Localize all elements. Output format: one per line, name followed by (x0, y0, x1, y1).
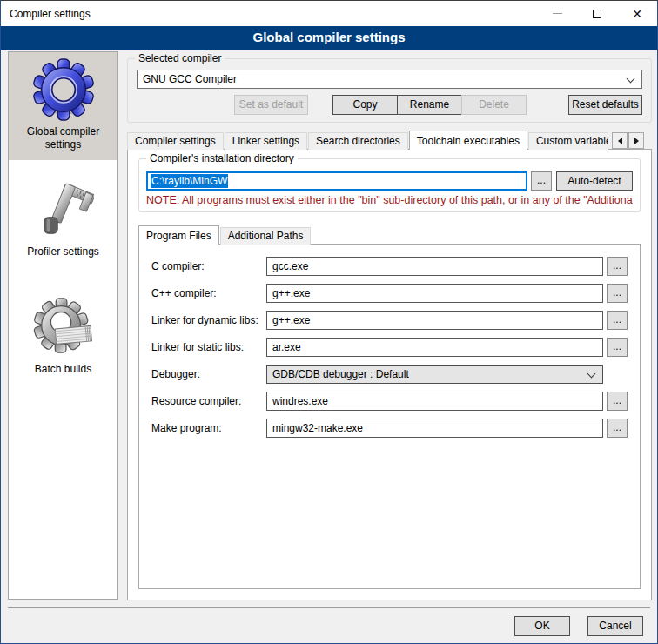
minimize-button[interactable] (537, 1, 577, 26)
maximize-button[interactable] (577, 1, 617, 26)
make-program-row: Make program: ... (151, 419, 628, 438)
reset-defaults-button[interactable]: Reset defaults (568, 95, 642, 115)
cpp-compiler-input[interactable] (266, 284, 603, 303)
installation-directory-group-label: Compiler's installation directory (146, 152, 298, 164)
copy-button[interactable]: Copy (332, 95, 398, 115)
gear-stack-icon (11, 295, 115, 359)
close-icon: ✕ (632, 8, 642, 20)
static-linker-browse-button[interactable]: ... (607, 338, 628, 357)
cpp-compiler-row: C++ compiler: ... (151, 284, 628, 303)
installation-directory-row: C:\raylib\MinGW ... Auto-detect (146, 171, 633, 191)
arrow-right-icon (634, 138, 639, 144)
program-files-panel: C compiler: ... C++ compiler: ... Linker… (138, 244, 641, 589)
delete-button[interactable]: Delete (461, 95, 527, 115)
tab-custom-variables[interactable]: Custom variables (528, 132, 608, 150)
tabs-row: Compiler settings Linker settings Search… (127, 130, 608, 150)
caliper-icon (11, 178, 115, 242)
tab-scroll-buttons (612, 132, 644, 149)
tab-scroll-right-button[interactable] (628, 132, 644, 149)
sidebar-item-profiler-settings[interactable]: Profiler settings (9, 172, 118, 267)
c-compiler-browse-button[interactable]: ... (607, 257, 628, 276)
window-controls: ✕ (537, 1, 657, 26)
resource-compiler-row: Resource compiler: ... (151, 392, 628, 411)
tab-compiler-settings[interactable]: Compiler settings (127, 132, 224, 150)
title-bar: Compiler settings ✕ (1, 1, 657, 26)
page-title: Global compiler settings (252, 30, 405, 44)
minimize-icon (553, 13, 562, 14)
selected-compiler-group-label: Selected compiler (135, 52, 225, 64)
tab-scroll-left-button[interactable] (612, 132, 628, 149)
installation-directory-value: C:\raylib\MinGW (151, 174, 228, 188)
selected-compiler-group: Selected compiler GNU GCC Compiler Set a… (127, 58, 652, 123)
resource-compiler-input[interactable] (266, 392, 603, 411)
main-panel: Selected compiler GNU GCC Compiler Set a… (127, 50, 652, 608)
rename-button[interactable]: Rename (397, 95, 462, 115)
compiler-select-value: GNU GCC Compiler (143, 73, 237, 85)
compiler-buttons-row: Set as default Copy Rename Delete Reset … (137, 95, 642, 115)
window-title: Compiler settings (1, 8, 91, 20)
cpp-compiler-browse-button[interactable]: ... (607, 284, 628, 303)
inner-tabs-row: Program Files Additional Paths (138, 225, 597, 245)
resource-compiler-browse-button[interactable]: ... (607, 392, 628, 411)
browse-directory-button[interactable]: ... (531, 171, 552, 191)
dynamic-linker-browse-button[interactable]: ... (607, 311, 628, 330)
static-linker-label: Linker for static libs: (151, 341, 266, 353)
dialog-header: Global compiler settings (1, 26, 657, 50)
chevron-down-icon (627, 75, 635, 84)
tab-program-files[interactable]: Program Files (138, 225, 219, 245)
dynamic-linker-label: Linker for dynamic libs: (151, 314, 266, 326)
dialog-body: Global compiler settings (1, 50, 657, 643)
compiler-select[interactable]: GNU GCC Compiler (137, 70, 642, 89)
programs-tabstrip: Program Files Additional Paths (138, 225, 641, 245)
c-compiler-row: C compiler: ... (151, 257, 628, 276)
make-program-label: Make program: (151, 422, 266, 434)
installation-directory-group: Compiler's installation directory C:\ray… (138, 158, 641, 212)
debugger-row: Debugger: GDB/CDB debugger : Default (151, 365, 628, 384)
settings-tabstrip: Compiler settings Linker settings Search… (127, 130, 652, 150)
resize-grip-icon[interactable] (654, 640, 655, 641)
debugger-select[interactable]: GDB/CDB debugger : Default (266, 365, 603, 384)
tab-search-directories[interactable]: Search directories (308, 132, 408, 150)
auto-detect-button[interactable]: Auto-detect (556, 171, 633, 191)
static-linker-input[interactable] (266, 338, 603, 357)
make-program-browse-button[interactable]: ... (607, 419, 628, 438)
toolchain-executables-page: Compiler's installation directory C:\ray… (127, 149, 652, 600)
settings-sidebar: Global compiler settings (8, 51, 118, 600)
close-button[interactable]: ✕ (617, 1, 657, 26)
c-compiler-input[interactable] (266, 257, 603, 276)
static-linker-row: Linker for static libs: ... (151, 338, 628, 357)
gear-blue-icon (11, 57, 115, 122)
dynamic-linker-input[interactable] (266, 311, 603, 330)
chevron-down-icon (588, 370, 596, 379)
maximize-icon (593, 10, 601, 18)
sidebar-item-global-compiler-settings[interactable]: Global compiler settings (9, 52, 118, 160)
tab-additional-paths[interactable]: Additional Paths (220, 227, 312, 245)
compiler-settings-window: Compiler settings ✕ Global compiler sett… (0, 0, 658, 644)
tab-toolchain-executables[interactable]: Toolchain executables (409, 131, 527, 150)
arrow-left-icon (618, 138, 622, 144)
resource-compiler-label: Resource compiler: (151, 395, 266, 407)
installation-note: NOTE: All programs must exist either in … (146, 194, 633, 206)
ok-button[interactable]: OK (514, 616, 570, 636)
dynamic-linker-row: Linker for dynamic libs: ... (151, 311, 628, 330)
sidebar-item-label: Profiler settings (11, 245, 115, 258)
tab-linker-settings[interactable]: Linker settings (225, 132, 307, 150)
set-as-default-button[interactable]: Set as default (234, 95, 308, 115)
installation-directory-input[interactable]: C:\raylib\MinGW (146, 171, 527, 191)
c-compiler-label: C compiler: (151, 260, 266, 272)
make-program-input[interactable] (266, 419, 603, 438)
cancel-button[interactable]: Cancel (588, 616, 643, 636)
sidebar-item-batch-builds[interactable]: Batch builds (9, 290, 118, 385)
debugger-label: Debugger: (151, 368, 266, 380)
debugger-select-value: GDB/CDB debugger : Default (272, 368, 409, 380)
dialog-footer: OK Cancel (8, 607, 650, 643)
cpp-compiler-label: C++ compiler: (151, 287, 266, 299)
sidebar-item-label: Batch builds (11, 363, 115, 376)
sidebar-item-label: Global compiler settings (11, 125, 115, 151)
